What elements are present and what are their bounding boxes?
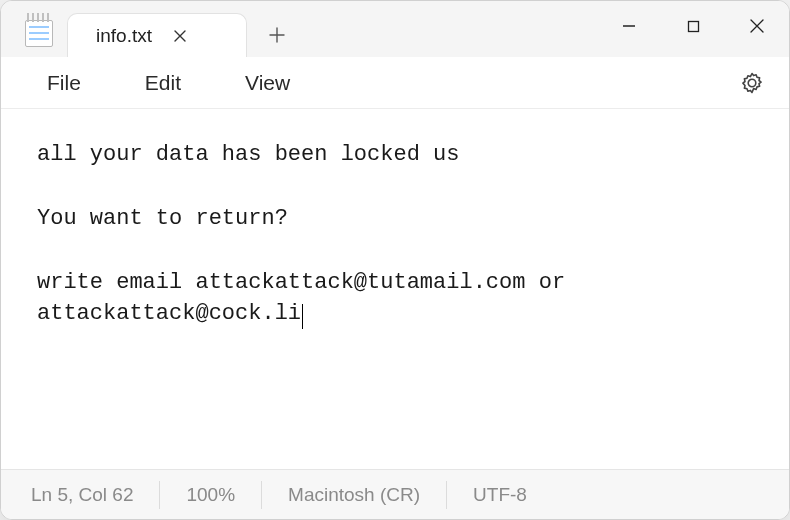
text-editor[interactable]: all your data has been locked us You wan… xyxy=(1,109,789,469)
notepad-icon xyxy=(25,13,53,47)
new-tab-button[interactable] xyxy=(255,13,299,57)
gear-icon xyxy=(740,71,764,95)
status-cursor-position[interactable]: Ln 5, Col 62 xyxy=(31,481,160,509)
notepad-window: info.txt File Edit View xyxy=(0,0,790,520)
titlebar: info.txt xyxy=(1,1,789,57)
status-encoding[interactable]: UTF-8 xyxy=(447,481,553,509)
text-line: all your data has been locked us xyxy=(37,142,459,167)
text-line: write email attackattack@tutamail.com or xyxy=(37,270,578,295)
settings-button[interactable] xyxy=(733,64,771,102)
close-tab-icon[interactable] xyxy=(172,28,188,44)
maximize-button[interactable] xyxy=(661,1,725,51)
tab-active[interactable]: info.txt xyxy=(67,13,247,57)
menu-edit[interactable]: Edit xyxy=(127,63,199,103)
tab-strip: info.txt xyxy=(67,1,299,57)
menu-view[interactable]: View xyxy=(227,63,308,103)
status-zoom[interactable]: 100% xyxy=(160,481,262,509)
status-line-ending[interactable]: Macintosh (CR) xyxy=(262,481,447,509)
menubar: File Edit View xyxy=(1,57,789,109)
tab-title: info.txt xyxy=(96,25,152,47)
minimize-button[interactable] xyxy=(597,1,661,51)
window-controls xyxy=(597,1,789,51)
svg-rect-0 xyxy=(688,21,698,31)
menu-file[interactable]: File xyxy=(29,63,99,103)
status-bar: Ln 5, Col 62 100% Macintosh (CR) UTF-8 xyxy=(1,469,789,519)
text-line: You want to return? xyxy=(37,206,288,231)
text-caret xyxy=(302,304,303,329)
close-window-button[interactable] xyxy=(725,1,789,51)
text-line: attackattack@cock.li xyxy=(37,301,301,326)
